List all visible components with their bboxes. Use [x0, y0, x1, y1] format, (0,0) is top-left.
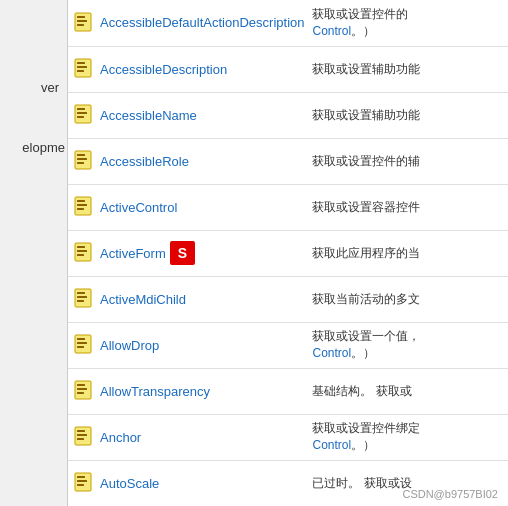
property-description: 获取此应用程序的当	[308, 230, 508, 276]
svg-rect-30	[77, 342, 87, 344]
desc-main: 获取当前活动的多文	[312, 292, 420, 306]
desc-suffix: 。）	[351, 24, 375, 38]
desc-main: 获取或设置一个值，	[312, 329, 420, 343]
table-row[interactable]: AccessibleDescription获取或设置辅助功能	[68, 46, 508, 92]
row-icon-cell	[68, 46, 98, 92]
main-container: ver elopme AccessibleDefaultActionDescri…	[0, 0, 508, 506]
svg-rect-35	[77, 392, 84, 394]
table-row[interactable]: AccessibleName获取或设置辅助功能	[68, 92, 508, 138]
svg-rect-43	[77, 484, 84, 486]
svg-rect-14	[77, 158, 87, 160]
desc-main: 获取或设置辅助功能	[312, 108, 420, 122]
property-name[interactable]: AccessibleName	[98, 92, 308, 138]
svg-rect-26	[77, 296, 87, 298]
property-icon	[72, 287, 94, 309]
property-name[interactable]: AccessibleRole	[98, 138, 308, 184]
table-row[interactable]: ActiveControl获取或设置容器控件	[68, 184, 508, 230]
property-name[interactable]: AllowDrop	[98, 322, 308, 368]
desc-main: 已过时。 获取或设	[312, 476, 411, 490]
property-name[interactable]: AutoScale	[98, 460, 308, 506]
desc-main: 获取此应用程序的当	[312, 246, 420, 260]
svg-rect-2	[77, 20, 87, 22]
table-row[interactable]: Anchor获取或设置控件绑定Control。）	[68, 414, 508, 460]
property-icon	[72, 379, 94, 401]
svg-rect-33	[77, 384, 85, 386]
table-row[interactable]: AllowDrop获取或设置一个值，Control。）	[68, 322, 508, 368]
property-description: 获取或设置控件绑定Control。）	[308, 414, 508, 460]
table-row[interactable]: ActiveMdiChild获取当前活动的多文	[68, 276, 508, 322]
row-icon-cell	[68, 276, 98, 322]
property-description: 获取或设置容器控件	[308, 184, 508, 230]
property-icon	[72, 471, 94, 493]
row-icon-cell	[68, 138, 98, 184]
property-name[interactable]: AllowTransparency	[98, 368, 308, 414]
property-icon	[72, 195, 94, 217]
svg-rect-3	[77, 24, 84, 26]
svg-rect-31	[77, 346, 84, 348]
svg-rect-1	[77, 16, 85, 18]
property-icon	[72, 241, 94, 263]
svg-rect-34	[77, 388, 87, 390]
property-icon	[72, 11, 94, 33]
row-icon-cell	[68, 0, 98, 46]
property-description: 基础结构。 获取或	[308, 368, 508, 414]
svg-rect-13	[77, 154, 85, 156]
property-description: 获取或设置控件的辅	[308, 138, 508, 184]
property-description: 已过时。 获取或设	[308, 460, 508, 506]
svg-rect-38	[77, 434, 87, 436]
row-icon-cell	[68, 460, 98, 506]
property-description: 获取或设置辅助功能	[308, 92, 508, 138]
svg-rect-17	[77, 200, 85, 202]
row-icon-cell	[68, 322, 98, 368]
desc-link[interactable]: Control	[312, 346, 351, 360]
dev-label: elopme	[22, 140, 65, 155]
left-panel: ver elopme	[0, 0, 68, 506]
property-name-text: ActiveForm	[100, 246, 166, 261]
table-row[interactable]: AccessibleDefaultActionDescription获取或设置控…	[68, 0, 508, 46]
svg-rect-37	[77, 430, 85, 432]
property-icon	[72, 333, 94, 355]
desc-suffix: 。）	[351, 346, 375, 360]
row-icon-cell	[68, 230, 98, 276]
property-name[interactable]: ActiveMdiChild	[98, 276, 308, 322]
svg-rect-25	[77, 292, 85, 294]
property-icon	[72, 57, 94, 79]
row-icon-cell	[68, 92, 98, 138]
svg-rect-7	[77, 70, 84, 72]
desc-main: 基础结构。 获取或	[312, 384, 411, 398]
svg-rect-9	[77, 108, 85, 110]
property-icon	[72, 149, 94, 171]
row-icon-cell	[68, 184, 98, 230]
svg-rect-18	[77, 204, 87, 206]
svg-rect-27	[77, 300, 84, 302]
table-row[interactable]: AutoScale已过时。 获取或设	[68, 460, 508, 506]
svg-rect-6	[77, 66, 87, 68]
property-name[interactable]: Anchor	[98, 414, 308, 460]
row-icon-cell	[68, 414, 98, 460]
ver-label: ver	[41, 80, 59, 95]
property-name[interactable]: AccessibleDefaultActionDescription	[98, 0, 308, 46]
property-icon	[72, 425, 94, 447]
property-name[interactable]: ActiveFormS	[98, 230, 308, 276]
property-name[interactable]: AccessibleDescription	[98, 46, 308, 92]
desc-main: 获取或设置辅助功能	[312, 62, 420, 76]
row-icon-cell	[68, 368, 98, 414]
property-icon	[72, 103, 94, 125]
table-row[interactable]: ActiveFormS获取此应用程序的当	[68, 230, 508, 276]
svg-rect-10	[77, 112, 87, 114]
svg-rect-29	[77, 338, 85, 340]
desc-link[interactable]: Control	[312, 438, 351, 452]
s-badge: S	[170, 241, 195, 265]
table-row[interactable]: AllowTransparency基础结构。 获取或	[68, 368, 508, 414]
property-table: AccessibleDefaultActionDescription获取或设置控…	[68, 0, 508, 506]
property-name[interactable]: ActiveControl	[98, 184, 308, 230]
table-row[interactable]: AccessibleRole获取或设置控件的辅	[68, 138, 508, 184]
property-description: 获取或设置控件的Control。）	[308, 0, 508, 46]
svg-rect-5	[77, 62, 85, 64]
svg-rect-41	[77, 476, 85, 478]
property-description: 获取当前活动的多文	[308, 276, 508, 322]
desc-link[interactable]: Control	[312, 24, 351, 38]
desc-suffix: 。）	[351, 438, 375, 452]
svg-rect-23	[77, 254, 84, 256]
svg-rect-21	[77, 246, 85, 248]
